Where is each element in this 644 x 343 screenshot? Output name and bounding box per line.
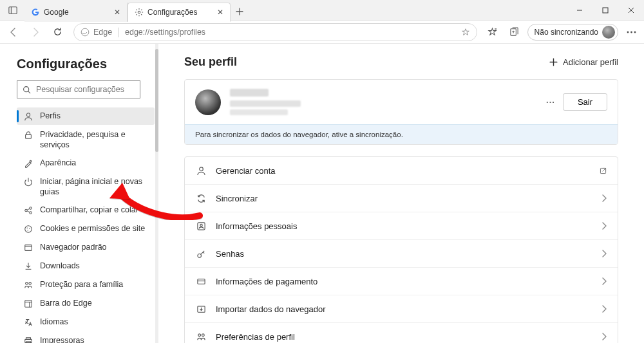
svg-point-24 xyxy=(27,230,28,230)
chevron-right-icon xyxy=(601,333,607,340)
sidebar-item-languages[interactable]: Idiomas xyxy=(17,313,155,331)
sidebar-item-family[interactable]: Proteção para a família xyxy=(17,276,155,293)
tab-google[interactable]: Google ✕ xyxy=(24,3,128,22)
profile-email-blurred xyxy=(230,100,301,107)
profile-card: ··· Sair Para sincronizar os dados do na… xyxy=(184,79,618,145)
url-divider: │ xyxy=(116,28,121,37)
collections-icon[interactable] xyxy=(506,23,524,41)
settings-row-card[interactable]: Informações de pagamento xyxy=(185,268,618,295)
window-titlebar: Google ✕ Configurações ✕ xyxy=(0,0,644,21)
profile-actions: ··· Sair xyxy=(546,93,607,111)
sidebar-item-printer[interactable]: Impressoras xyxy=(17,332,155,343)
sidebar-item-lock[interactable]: Privacidade, pesquisa e serviços xyxy=(17,126,155,153)
cookie-icon xyxy=(23,224,33,234)
svg-point-29 xyxy=(29,283,32,285)
settings-row-label: Importar dados do navegador xyxy=(216,304,592,314)
sidebar-item-appearance[interactable]: Aparência xyxy=(17,154,155,172)
contact-icon xyxy=(195,220,207,232)
svg-point-13 xyxy=(24,86,29,91)
svg-rect-46 xyxy=(197,279,204,284)
browser-toolbar: Edge │ edge://settings/profiles Não sinc… xyxy=(0,21,644,44)
settings-search-box[interactable] xyxy=(17,80,140,98)
edgebar-icon xyxy=(23,299,33,309)
profile-settings-list: Gerenciar contaSincronizarInformações pe… xyxy=(184,156,618,343)
minimize-button[interactable] xyxy=(567,0,592,21)
profile-avatar xyxy=(195,89,221,115)
power-icon xyxy=(23,177,33,187)
svg-point-10 xyxy=(627,31,629,33)
close-icon[interactable]: ✕ xyxy=(217,8,223,17)
address-bar[interactable]: Edge │ edge://settings/profiles xyxy=(73,23,477,41)
settings-row-prefs[interactable]: Preferências de perfil xyxy=(185,323,618,343)
reload-button[interactable] xyxy=(48,23,67,42)
svg-point-23 xyxy=(29,228,30,228)
sidebar-item-power[interactable]: Iniciar, página inicial e novas guias xyxy=(17,173,155,200)
profile-icon xyxy=(23,111,33,122)
sidebar-item-edgebar[interactable]: Barra do Edge xyxy=(17,295,155,312)
settings-row-person[interactable]: Gerenciar conta xyxy=(185,157,618,185)
google-favicon-icon xyxy=(31,8,40,17)
languages-icon xyxy=(23,317,33,328)
sidebar-item-default-browser[interactable]: Navegador padrão xyxy=(17,239,155,256)
tab-title: Configurações xyxy=(147,8,213,17)
svg-line-14 xyxy=(28,91,30,93)
sidebar-item-label: Impressoras xyxy=(40,335,149,343)
sync-status-label: Não sincronizando xyxy=(535,28,598,37)
settings-main: Seu perfil Adicionar perfil ··· Sair xyxy=(158,44,644,343)
reading-mode-icon[interactable] xyxy=(461,28,470,37)
card-icon xyxy=(195,275,207,287)
appearance-icon xyxy=(23,158,33,169)
chevron-right-icon xyxy=(601,194,607,202)
tab-settings[interactable]: Configurações ✕ xyxy=(128,3,231,22)
profile-sync-pill[interactable]: Não sincronizando xyxy=(527,24,618,41)
add-profile-label: Adicionar perfil xyxy=(563,57,618,67)
family-icon xyxy=(23,280,33,290)
svg-rect-16 xyxy=(26,134,32,138)
sync-icon xyxy=(195,192,207,204)
tab-strip-leading xyxy=(0,1,22,19)
sidebar-item-share[interactable]: Compartilhar, copiar e colar xyxy=(17,201,155,219)
sidebar-item-download[interactable]: Downloads xyxy=(17,257,155,275)
svg-point-3 xyxy=(138,11,140,14)
lock-icon xyxy=(23,130,33,140)
signout-button[interactable]: Sair xyxy=(563,93,607,111)
app-menu-icon[interactable] xyxy=(622,23,640,41)
search-input[interactable] xyxy=(36,85,137,94)
sidebar-item-label: Navegador padrão xyxy=(40,242,149,252)
svg-rect-30 xyxy=(25,301,32,308)
add-profile-button[interactable]: Adicionar perfil xyxy=(549,57,618,67)
prefs-icon xyxy=(195,331,207,342)
scrollbar-thumb[interactable] xyxy=(155,49,158,152)
page-title: Configurações xyxy=(17,57,155,71)
sidebar-item-label: Barra do Edge xyxy=(40,298,149,308)
url-path: edge://settings/profiles xyxy=(125,28,205,37)
sidebar-item-label: Iniciar, página inicial e novas guias xyxy=(40,176,149,197)
back-button[interactable] xyxy=(4,23,23,42)
new-tab-button[interactable] xyxy=(231,3,249,21)
svg-point-20 xyxy=(30,212,32,214)
forward-button[interactable] xyxy=(26,23,45,42)
svg-point-44 xyxy=(200,224,202,226)
settings-row-contact[interactable]: Informações pessoais xyxy=(185,212,618,240)
svg-point-22 xyxy=(27,228,28,228)
settings-row-label: Sincronizar xyxy=(216,194,592,203)
close-icon[interactable]: ✕ xyxy=(114,8,120,17)
share-icon xyxy=(23,205,33,216)
more-icon[interactable]: ··· xyxy=(546,97,555,107)
tab-actions-icon[interactable] xyxy=(4,1,22,19)
close-window-button[interactable] xyxy=(618,0,644,21)
profile-info xyxy=(230,89,537,115)
profile-name-blurred xyxy=(230,89,269,97)
sidebar-item-profile[interactable]: Perfis xyxy=(17,107,155,125)
window-controls xyxy=(567,0,644,21)
svg-point-19 xyxy=(30,207,32,210)
settings-row-key[interactable]: Senhas xyxy=(185,240,618,268)
download-icon xyxy=(23,261,33,272)
settings-row-import[interactable]: Importar dados do navegador xyxy=(185,295,618,323)
favorites-icon[interactable] xyxy=(484,23,502,41)
sidebar-item-cookie[interactable]: Cookies e permissões de site xyxy=(17,220,155,237)
settings-row-sync[interactable]: Sincronizar xyxy=(185,185,618,212)
chevron-right-icon xyxy=(601,277,607,285)
maximize-button[interactable] xyxy=(592,0,618,21)
settings-row-label: Senhas xyxy=(216,249,592,259)
